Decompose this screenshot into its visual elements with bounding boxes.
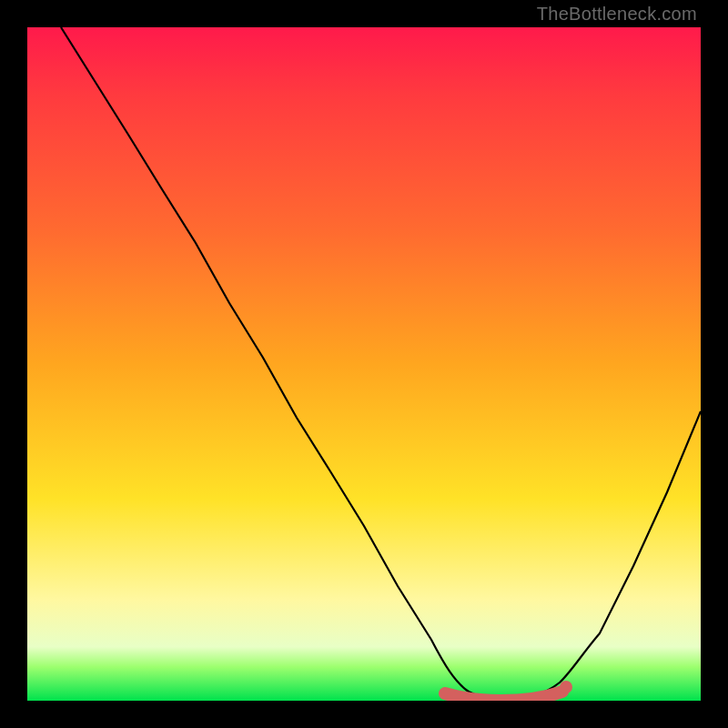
curve-svg bbox=[27, 27, 701, 701]
watermark-text: TheBottleneck.com bbox=[537, 4, 697, 25]
plot-area bbox=[27, 27, 701, 701]
bottleneck-curve bbox=[61, 27, 701, 700]
marker-dot bbox=[560, 681, 572, 693]
chart-frame: TheBottleneck.com bbox=[0, 0, 728, 728]
optimal-band bbox=[445, 692, 562, 701]
